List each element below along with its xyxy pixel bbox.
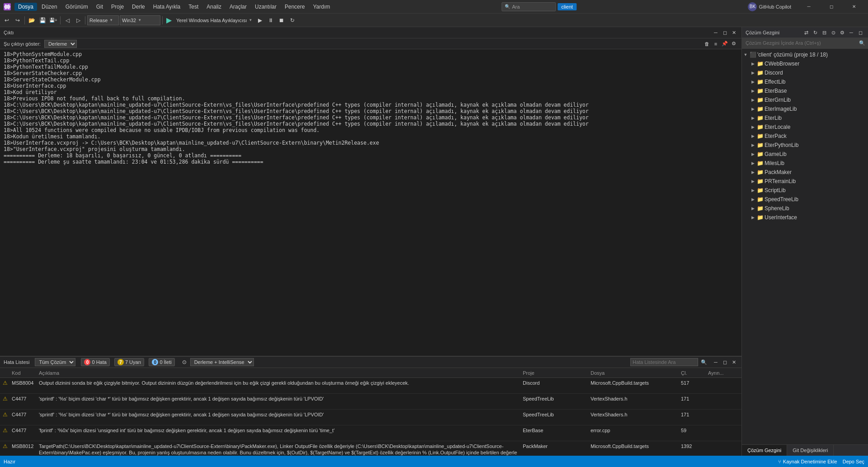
- output-source-select[interactable]: Derleme: [44, 40, 77, 48]
- error-search-btn[interactable]: 🔍: [700, 358, 708, 366]
- se-search-input[interactable]: [742, 38, 868, 49]
- se-project-mileslib[interactable]: ▶ 📁 MilesLib: [742, 159, 868, 168]
- project-label: EterGrnLib: [765, 97, 791, 103]
- output-pin-btn[interactable]: 📌: [721, 40, 729, 48]
- col-project[interactable]: Proje: [520, 370, 588, 376]
- col-col[interactable]: Ayrın...: [705, 370, 741, 376]
- menu-araclar[interactable]: Araçlar: [226, 3, 250, 11]
- col-line[interactable]: Çl.: [678, 370, 705, 376]
- se-project-spherelib[interactable]: ▶ 📁 SphereLib: [742, 204, 868, 213]
- menu-derle[interactable]: Derle: [128, 3, 149, 11]
- close-button[interactable]: ✕: [844, 0, 864, 14]
- error-search-area: 🔍: [630, 358, 708, 366]
- se-project-userinterface[interactable]: ▶ 📁 UserInterface: [742, 213, 868, 222]
- save-all-button[interactable]: 💾+: [48, 15, 58, 25]
- error-source-filter[interactable]: Derleme + IntelliSense: [190, 358, 254, 366]
- error-filter-icon[interactable]: ⊙: [180, 358, 188, 366]
- se-tab-git-changes[interactable]: Git Değişiklikleri: [787, 445, 834, 456]
- se-window-minimize[interactable]: ─: [847, 28, 855, 37]
- error-count-btn[interactable]: 0 0 Hata: [81, 358, 109, 366]
- run-button[interactable]: ▶: [164, 16, 174, 24]
- project-icon: 📁: [756, 214, 764, 221]
- se-tab-solution-explorer[interactable]: Çözüm Gezgini: [742, 445, 787, 456]
- col-description[interactable]: Açıklama: [36, 370, 520, 376]
- configuration-dropdown[interactable]: Release ▼: [87, 15, 119, 25]
- se-project-prterrainlib[interactable]: ▶ 📁 PRTerrainLib: [742, 177, 868, 186]
- menu-dosya[interactable]: Dosya: [14, 3, 37, 11]
- se-project-eterlib[interactable]: ▶ 📁 EterLib: [742, 113, 868, 123]
- se-project-eterpack[interactable]: ▶ 📁 EterPack: [742, 132, 868, 141]
- se-project-scriptlib[interactable]: ▶ 📁 ScriptLib: [742, 186, 868, 195]
- warning-count-btn[interactable]: 7 7 Uyarı: [114, 358, 144, 366]
- error-list-item[interactable]: ⚠MSB8012TargetPath(C:\Users\BCK\Desktop\…: [0, 441, 741, 456]
- menu-uzantilar[interactable]: Uzantılar: [251, 3, 280, 11]
- se-project-eterbase[interactable]: ▶ 📁 EterBase: [742, 86, 868, 95]
- se-project-cwebbrowser[interactable]: ▶ 📁 CWebBrowser: [742, 59, 868, 68]
- github-copilot-label[interactable]: GitHub Copilot: [759, 4, 791, 9]
- se-settings-btn[interactable]: ⚙: [838, 28, 846, 37]
- restore-button[interactable]: ◻: [821, 0, 842, 14]
- se-sync-btn[interactable]: ⇄: [802, 28, 810, 37]
- se-window-restore[interactable]: ◻: [856, 28, 864, 37]
- platform-dropdown[interactable]: Win32 ▼: [120, 15, 160, 25]
- error-list-item[interactable]: ⚠C4477'fprintf' : '%0x' biçim dizesi 'un…: [0, 425, 741, 441]
- error-close-btn[interactable]: ✕: [730, 358, 738, 366]
- se-refresh-btn[interactable]: ↻: [811, 28, 819, 37]
- restart-button[interactable]: ↻: [287, 15, 297, 25]
- se-project-effectlib[interactable]: ▶ 📁 EffectLib: [742, 77, 868, 86]
- source-control-btn[interactable]: ⑂ Kaynak Denetimine Ekle: [778, 459, 837, 464]
- se-project-eterlocale[interactable]: ▶ 📁 EterLocale: [742, 123, 868, 132]
- se-tree: ▼ ⬛ 'client' çözümü (proje 18 / 18) ▶ 📁 …: [742, 48, 868, 444]
- error-collapse-btn[interactable]: ─: [712, 358, 720, 366]
- se-filter-btn[interactable]: ⊙: [829, 28, 837, 37]
- error-list-item[interactable]: ⚠MSB8004Output dizinini sonda bir eğik ç…: [0, 378, 741, 394]
- se-project-eterpythonlib[interactable]: ▶ 📁 EterPythonLib: [742, 141, 868, 150]
- output-settings-btn[interactable]: ⚙: [730, 40, 738, 48]
- se-project-discord[interactable]: ▶ 📁 Discord: [742, 68, 868, 77]
- error-restore-btn[interactable]: ◻: [721, 358, 729, 366]
- error-file: Microsoft.CppBuild.targets: [588, 442, 678, 450]
- menu-pencere[interactable]: Pencere: [281, 3, 309, 11]
- minimize-button[interactable]: ─: [798, 0, 819, 14]
- output-restore-btn[interactable]: ◻: [721, 28, 729, 37]
- se-project-packmaker[interactable]: ▶ 📁 PackMaker: [742, 168, 868, 177]
- menu-git[interactable]: Git: [93, 3, 107, 11]
- output-wrap-btn[interactable]: ≡: [712, 40, 720, 48]
- se-project-speedtreelib[interactable]: ▶ 📁 SpeedTreeLib: [742, 195, 868, 204]
- open-file-button[interactable]: 📂: [27, 15, 37, 25]
- project-label: SphereLib: [765, 205, 789, 212]
- menu-test[interactable]: Test: [185, 3, 202, 11]
- se-root-item[interactable]: ▼ ⬛ 'client' çözümü (proje 18 / 18): [742, 50, 868, 59]
- project-icon: 📁: [756, 87, 764, 94]
- repo-select-btn[interactable]: Depo Seç: [843, 459, 864, 464]
- menu-analiz[interactable]: Analiz: [203, 3, 225, 11]
- output-clear-btn[interactable]: 🗑: [703, 40, 711, 48]
- debug-target-btn[interactable]: Yerel Windows Hata Ayıklayıcısı ▼: [174, 15, 254, 25]
- menu-yardim[interactable]: Yardım: [310, 3, 334, 11]
- menu-proje[interactable]: Proje: [108, 3, 127, 11]
- se-project-gamelib[interactable]: ▶ 📁 GameLib: [742, 150, 868, 159]
- undo-button[interactable]: ↩: [2, 15, 12, 25]
- output-close-btn[interactable]: ✕: [730, 28, 738, 37]
- se-project-eterimagelib[interactable]: ▶ 📁 EterImageLib: [742, 104, 868, 113]
- col-file[interactable]: Dosya: [588, 370, 678, 376]
- redo-button[interactable]: ↪: [13, 15, 23, 25]
- save-button[interactable]: 💾: [38, 15, 47, 25]
- stop-button[interactable]: ⏹: [277, 15, 286, 25]
- run2-button[interactable]: ▶: [255, 15, 265, 25]
- se-project-etergrnlib[interactable]: ▶ 📁 EterGrnLib: [742, 95, 868, 104]
- col-code[interactable]: Kod: [9, 370, 36, 376]
- error-filter-select[interactable]: Tüm Çözüm: [35, 358, 75, 366]
- output-collapse-btn[interactable]: ─: [712, 28, 720, 37]
- error-list-item[interactable]: ⚠C4477'sprintf' : '%s' biçim dizesi 'cha…: [0, 394, 741, 410]
- menu-duzen[interactable]: Düzen: [38, 3, 61, 11]
- menu-hata-ayikla[interactable]: Hata Ayıkla: [150, 3, 184, 11]
- back-button[interactable]: ◁: [62, 15, 72, 25]
- forward-button[interactable]: ▷: [73, 15, 83, 25]
- menu-gorunum[interactable]: Görünüm: [62, 3, 92, 11]
- error-list-item[interactable]: ⚠C4477'sprintf' : '%s' biçim dizesi 'cha…: [0, 410, 741, 425]
- se-collapse-btn[interactable]: ⊟: [820, 28, 828, 37]
- error-search-input[interactable]: [630, 358, 698, 366]
- info-count-btn[interactable]: 0 0 İleti: [149, 358, 174, 366]
- pause-button[interactable]: ⏸: [266, 15, 276, 25]
